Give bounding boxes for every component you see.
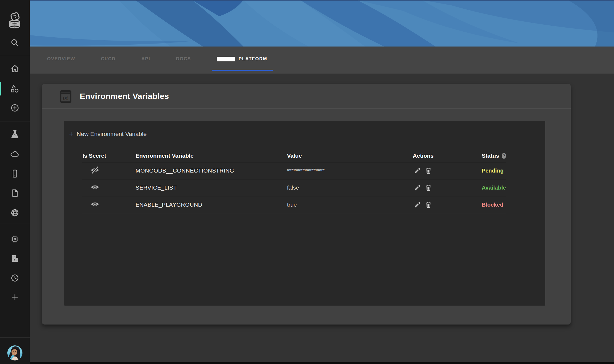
tab-label: DOCS (176, 56, 191, 62)
env-variable-row: ENABLE_PLAYGROUND true (82, 196, 506, 213)
flask-icon[interactable] (0, 130, 30, 139)
edit-pencil-icon[interactable] (414, 201, 421, 208)
env-variable-value: true (287, 201, 413, 208)
banner-waves-graphic (30, 0, 614, 47)
cloud-icon[interactable] (0, 149, 30, 158)
globe-icon[interactable] (0, 209, 30, 217)
env-variable-name: MONGODB__CONNECTIONSTRING (136, 167, 287, 174)
status-badge: Available (482, 185, 506, 191)
col-header-status: Status ? (482, 153, 506, 159)
env-variable-name: SERVICE_LIST (136, 184, 287, 191)
tab-api[interactable]: API (141, 47, 150, 74)
eye-visible-icon[interactable] (91, 200, 99, 209)
env-variables-table: Is Secret Environment Variable Value Act… (82, 149, 506, 213)
delete-trash-icon[interactable] (425, 201, 432, 208)
new-env-variable-label: New Environment Variable (77, 131, 147, 138)
plus-icon: + (69, 131, 73, 137)
environment-variables-panel: (X) Environment Variables + New Environm… (42, 84, 571, 325)
env-table-card: + New Environment Variable Is Secret Env… (64, 121, 545, 306)
app-logo[interactable] (0, 11, 30, 29)
panel-header: (X) Environment Variables (42, 84, 571, 109)
svg-text:(X): (X) (63, 96, 68, 100)
sidebar-divider (0, 337, 30, 337)
eye-hidden-icon[interactable] (91, 166, 99, 174)
tab-overview[interactable]: OVERVIEW (47, 47, 75, 74)
organization-building-icon[interactable] (0, 254, 30, 263)
status-badge: Pending (482, 168, 506, 174)
tab-logo-block (217, 57, 235, 61)
edit-pencil-icon[interactable] (414, 167, 421, 174)
status-badge: Blocked (482, 202, 506, 208)
edit-pencil-icon[interactable] (414, 184, 421, 191)
table-header-row: Is Secret Environment Variable Value Act… (82, 149, 506, 162)
mobile-device-icon[interactable] (0, 169, 30, 178)
tab-label: API (141, 56, 150, 62)
env-variable-name: ENABLE_PLAYGROUND (136, 201, 287, 208)
search-icon[interactable] (0, 38, 30, 47)
add-circle-icon[interactable] (0, 104, 30, 112)
env-variable-row: MONGODB__CONNECTIONSTRING **************… (82, 162, 506, 179)
delete-trash-icon[interactable] (425, 167, 432, 174)
env-var-window-icon: (X) (60, 90, 71, 103)
sidebar-divider (0, 223, 30, 223)
col-header-actions: Actions (413, 153, 482, 159)
tab-platform[interactable]: PLATFORM (217, 47, 267, 74)
col-header-is-secret: Is Secret (82, 153, 136, 159)
delete-trash-icon[interactable] (425, 184, 432, 191)
app-window: OVERVIEW CI/CD API DOCS PLATFORM (X) (0, 0, 614, 364)
chip-icon[interactable] (0, 235, 30, 243)
status-help-icon[interactable]: ? (502, 153, 506, 159)
home-icon[interactable] (0, 64, 30, 73)
services-shapes-icon[interactable] (0, 85, 30, 93)
tab-label: OVERVIEW (47, 56, 75, 62)
col-header-name: Environment Variable (136, 153, 287, 159)
history-clock-icon[interactable] (0, 274, 30, 282)
env-variable-value: ***************** (287, 167, 413, 174)
tab-bar: OVERVIEW CI/CD API DOCS PLATFORM (30, 47, 614, 74)
hero-banner (30, 0, 614, 47)
env-variable-row: SERVICE_LIST false (82, 179, 506, 196)
sidebar-divider (0, 121, 30, 121)
env-variable-value: false (287, 184, 413, 191)
document-icon[interactable] (0, 189, 30, 197)
user-avatar[interactable] (7, 345, 22, 360)
col-header-value: Value (287, 153, 413, 159)
sidebar (0, 0, 30, 364)
bottom-edge-strip (0, 362, 614, 364)
sidebar-divider (0, 56, 30, 56)
tab-ci-cd[interactable]: CI/CD (101, 47, 115, 74)
tab-label: PLATFORM (239, 56, 267, 62)
panel-title: Environment Variables (80, 84, 169, 109)
new-env-variable-button[interactable]: + New Environment Variable (69, 131, 147, 138)
add-icon[interactable] (0, 293, 30, 301)
tab-label: CI/CD (101, 56, 115, 62)
tab-docs[interactable]: DOCS (176, 47, 191, 74)
eye-visible-icon[interactable] (91, 183, 99, 191)
